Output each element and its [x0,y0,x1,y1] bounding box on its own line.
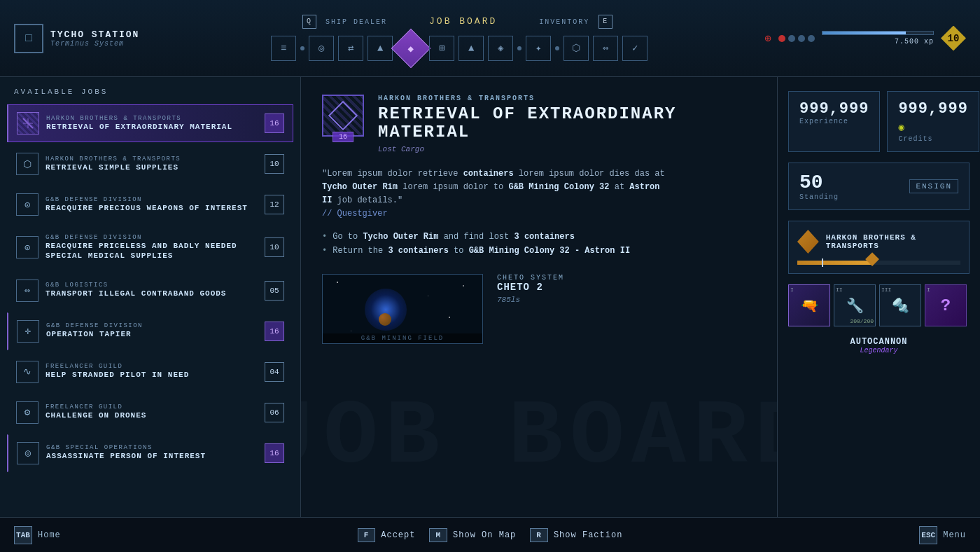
job-item-6[interactable]: ∿ FREELANCER GUILD HELP STRANDED PILOT I… [7,353,293,391]
detail-faction: HARKON BROTHERS & TRANSPORTS [378,95,756,102]
faction-rep-marker [822,258,823,267]
nav-icon-11[interactable]: ✓ [622,36,648,61]
objective-0: • Go to Tycho Outer Rim and find lost 3 … [322,232,756,242]
objectives: • Go to Tycho Outer Rim and find lost 3 … [322,232,756,260]
reward-count-1: 200/200 [850,318,874,324]
map-label: Show On Map [453,530,516,540]
crosshair-icon: ⊕ [764,32,771,46]
detail-subtitle: Lost Cargo [378,145,756,153]
nav-job-board: JOB BOARD [429,16,497,27]
job-item-1[interactable]: ⬡ HARKON BROTHERS & TRANSPORTS RETRIEVAL… [7,145,293,183]
map-system: CHETO SYSTEM [497,274,564,282]
job-description: "Lorem ipsum dolor retrieve containers l… [322,167,672,221]
nav-icon-active[interactable]: ◆ [391,28,431,68]
credits-icon: ◉ [898,122,904,133]
objective-text-0: Go to Tycho Outer Rim and find lost 3 co… [332,232,575,242]
job-title-5: OPERATION TAPIER [46,329,265,339]
pip-2 [798,35,805,42]
faction-header: HARKON BROTHERS & TRANSPORTS [797,230,960,254]
top-nav-center: Q SHIP DEALER JOB BOARD INVENTORY E ≡ ◎ … [154,15,764,62]
experience-value: 999,999 [799,100,869,118]
job-text-4: G&B LOGISTICS TRANSPORT ILLEGAL CONTRABA… [46,282,265,298]
nav-inventory[interactable]: INVENTORY E [539,15,616,29]
job-level-8: 16 [265,443,284,463]
map-thumbnail[interactable]: G&B MINING FIELD [322,274,483,344]
job-item-2[interactable]: ⊙ G&B DEFENSE DIVISION REACQUIRE PRECIOU… [7,186,293,223]
job-level-1: 10 [265,154,284,174]
nav-icon-7[interactable]: ◈ [488,36,513,61]
job-detail: JOB BOARD 16 HARKON BROTHERS & TRANSPORT… [301,77,777,517]
star-5 [463,285,464,287]
reward-item-3[interactable]: I ? [925,284,967,326]
objective-text-1: Return the 3 containers to G&B Mining Co… [332,246,630,256]
description-text: "Lorem ipsum dolor retrieve containers l… [322,169,665,205]
job-icon-6: ∿ [16,361,38,383]
xp-bar-fill [822,32,906,34]
reward-tier-1: II [836,287,843,293]
reward-item-icon-1: 🔧 [846,297,864,315]
map-info: CHETO SYSTEM CHETO 2 785ls [497,274,564,304]
nav-ship-dealer[interactable]: Q SHIP DEALER [302,15,387,29]
nav-icon-8[interactable]: ✦ [526,36,551,61]
map-area: G&B MINING FIELD CHETO SYSTEM CHETO 2 78… [322,274,756,344]
job-level-2: 12 [265,195,284,214]
job-title-0: RETRIEVAL OF EXTRAORDINARY MATERIAL [46,122,265,132]
show-faction-button[interactable]: R Show Faction [530,528,622,542]
accept-label: Accept [381,530,415,540]
job-faction-2: G&B DEFENSE DIVISION [46,196,265,203]
job-item-3[interactable]: ⊙ G&B DEFENSE DIVISION REACQUIRE PRICELE… [7,226,293,269]
job-title-1: RETRIEVAL SIMPLE SUPPLIES [46,163,265,172]
standing-label: Standing [799,193,839,201]
faction-rep-fill [797,261,871,265]
station-icon: □ [14,24,43,53]
show-on-map-button[interactable]: M Show On Map [429,528,516,542]
nav-icon-4[interactable]: ▲ [368,36,393,61]
detail-icon: 16 [322,95,364,137]
credits-value: 999,999 ◉ [898,100,967,135]
job-faction-3: G&B DEFENSE DIVISION [46,234,265,241]
job-icon-4: ⇔ [16,280,38,302]
job-item-5[interactable]: ✛ G&B DEFENSE DIVISION OPERATION TAPIER … [7,312,293,350]
nav-icon-10[interactable]: ⇔ [593,36,618,61]
home-button[interactable]: TAB Home [14,526,61,544]
nav-icon-3[interactable]: ⇄ [338,36,363,61]
nav-key-e: E [598,15,612,29]
reward-item-0[interactable]: I 🔫 [788,284,830,326]
job-item-4[interactable]: ⇔ G&B LOGISTICS TRANSPORT ILLEGAL CONTRA… [7,272,293,310]
credits-box: 999,999 ◉ Credits [887,91,979,152]
nav-icon-1[interactable]: ≡ [271,36,296,61]
menu-button[interactable]: ESC Menu [919,526,966,544]
job-faction-5: G&B DEFENSE DIVISION [46,322,265,329]
reward-items: I 🔫 II 🔧 200/200 III 🔩 I ? [788,284,969,326]
reward-item-2[interactable]: III 🔩 [879,284,921,326]
job-item-7[interactable]: ⚙ FREELANCER GUILD CHALLENGE ON DRONES 0… [7,394,293,432]
reward-item-1[interactable]: II 🔧 200/200 [834,284,876,326]
reward-item-rarity: Legendary [788,347,969,354]
star-2 [428,296,428,296]
accept-button[interactable]: F Accept [358,528,416,542]
credits-label: Credits [898,135,967,143]
nav-icon-2[interactable]: ◎ [309,36,334,61]
nav-icon-6[interactable]: ▲ [458,36,484,61]
nav-icon-9[interactable]: ⬡ [564,36,589,61]
job-text-8: G&B SPECIAL OPERATIONS ASSASSINATE PERSO… [46,444,265,461]
pip-3 [808,35,815,42]
job-text-7: FREELANCER GUILD CHALLENGE ON DRONES [46,403,265,420]
job-faction-0: HARKON BROTHERS & TRANSPORTS [46,115,265,122]
job-item-0[interactable]: HARKON BROTHERS & TRANSPORTS RETRIEVAL O… [7,104,293,142]
standing-box: 50 Standing ENSIGN [788,163,969,210]
xp-container: 7.500 xp [822,31,934,46]
job-item-8[interactable]: ◎ G&B SPECIAL OPERATIONS ASSASSINATE PER… [7,434,293,472]
map-label: G&B MINING FIELD [323,333,482,343]
faction-key: R [530,528,548,542]
bullet-1: • [322,246,327,256]
reward-item-icon-0: 🔫 [801,297,818,315]
sidebar-title: AVAILABLE JOBS [7,88,293,96]
station-text: TYCHO STATION Terminus System [50,29,139,48]
faction-icon [797,230,819,254]
nav-icon-5[interactable]: ⊞ [429,36,454,61]
star-4 [351,331,351,331]
standing-row: 50 Standing ENSIGN [799,172,958,201]
job-level-3: 10 [265,237,284,257]
bottom-actions: F Accept M Show On Map R Show Faction [358,528,623,542]
